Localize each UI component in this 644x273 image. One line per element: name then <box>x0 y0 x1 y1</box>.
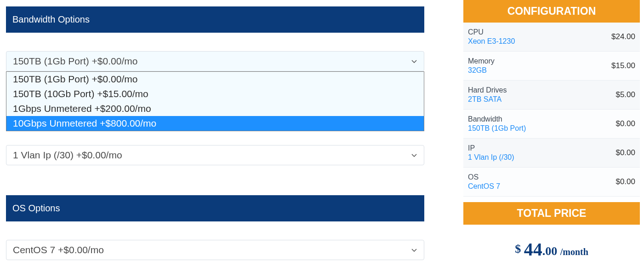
config-value[interactable]: CentOS 7 <box>468 182 500 191</box>
os-options-header-text: OS Options <box>12 203 60 213</box>
total-amount-major: 44 <box>524 239 542 260</box>
chevron-down-icon <box>411 152 417 158</box>
configuration-header-text: CONFIGURATION <box>507 5 596 17</box>
configuration-header: CONFIGURATION <box>463 0 640 23</box>
config-price: $15.00 <box>611 61 635 70</box>
config-label: Bandwidth <box>468 115 526 123</box>
config-row-left: OS CentOS 7 <box>468 173 500 191</box>
left-column: Bandwidth Options 150TB (1Gb Port) +$0.0… <box>6 6 424 260</box>
config-value[interactable]: Xeon E3-1230 <box>468 37 515 46</box>
os-options-header: OS Options <box>6 195 424 221</box>
total-price-header: TOTAL PRICE <box>463 202 640 225</box>
config-label: CPU <box>468 28 515 36</box>
bandwidth-option[interactable]: 150TB (1Gb Port) +$0.00/mo <box>6 72 424 87</box>
bandwidth-select[interactable]: 150TB (1Gb Port) +$0.00/mo <box>6 51 424 71</box>
config-row: CPU Xeon E3-1230 $24.00 <box>463 23 640 52</box>
config-price: $0.00 <box>616 119 635 128</box>
bandwidth-options-header: Bandwidth Options <box>6 6 424 33</box>
config-value[interactable]: 1 Vlan Ip (/30) <box>468 153 514 162</box>
os-select-value: CentOS 7 +$0.00/mo <box>13 244 104 256</box>
config-row: Bandwidth 150TB (1Gb Port) $0.00 <box>463 110 640 139</box>
bandwidth-option[interactable]: 10Gbps Unmetered +$800.00/mo <box>6 116 424 131</box>
config-label: IP <box>468 144 514 152</box>
config-row-left: IP 1 Vlan Ip (/30) <box>468 144 514 162</box>
total-suffix: /month <box>560 247 588 257</box>
right-column: CONFIGURATION CPU Xeon E3-1230 $24.00 Me… <box>463 0 640 265</box>
bandwidth-dropdown: 150TB (1Gb Port) +$0.00/mo 150TB (10Gb P… <box>6 71 424 131</box>
ip-select-value: 1 Vlan Ip (/30) +$0.00/mo <box>13 150 122 161</box>
config-row: Hard Drives 2TB SATA $5.00 <box>463 81 640 110</box>
config-row: IP 1 Vlan Ip (/30) $0.00 <box>463 139 640 168</box>
bandwidth-select-value: 150TB (1Gb Port) +$0.00/mo <box>13 56 137 67</box>
config-row: OS CentOS 7 $0.00 <box>463 168 640 197</box>
config-row-left: Bandwidth 150TB (1Gb Port) <box>468 115 526 133</box>
config-value[interactable]: 2TB SATA <box>468 95 507 104</box>
config-label: OS <box>468 173 500 181</box>
bandwidth-option[interactable]: 1Gbps Unmetered +$200.00/mo <box>6 101 424 116</box>
total-price: $ 44.00 /month <box>463 225 640 265</box>
total-currency: $ <box>515 242 524 256</box>
config-value[interactable]: 32GB <box>468 66 495 75</box>
config-price: $5.00 <box>616 90 635 99</box>
total-amount-minor: .00 <box>542 244 560 258</box>
ip-select[interactable]: 1 Vlan Ip (/30) +$0.00/mo <box>6 145 424 165</box>
config-price: $0.00 <box>616 177 635 186</box>
os-select[interactable]: CentOS 7 +$0.00/mo <box>6 240 424 260</box>
config-label: Memory <box>468 57 495 65</box>
config-value[interactable]: 150TB (1Gb Port) <box>468 124 526 133</box>
chevron-down-icon <box>411 58 417 64</box>
bandwidth-option[interactable]: 150TB (10Gb Port) +$15.00/mo <box>6 87 424 101</box>
config-price: $0.00 <box>616 148 635 157</box>
config-price: $24.00 <box>611 32 635 41</box>
config-label: Hard Drives <box>468 86 507 94</box>
config-row-left: Memory 32GB <box>468 57 495 75</box>
config-row-left: Hard Drives 2TB SATA <box>468 86 507 104</box>
config-row: Memory 32GB $15.00 <box>463 52 640 81</box>
chevron-down-icon <box>411 247 417 253</box>
total-price-header-text: TOTAL PRICE <box>517 207 587 219</box>
config-row-left: CPU Xeon E3-1230 <box>468 28 515 46</box>
bandwidth-options-header-text: Bandwidth Options <box>12 14 90 24</box>
